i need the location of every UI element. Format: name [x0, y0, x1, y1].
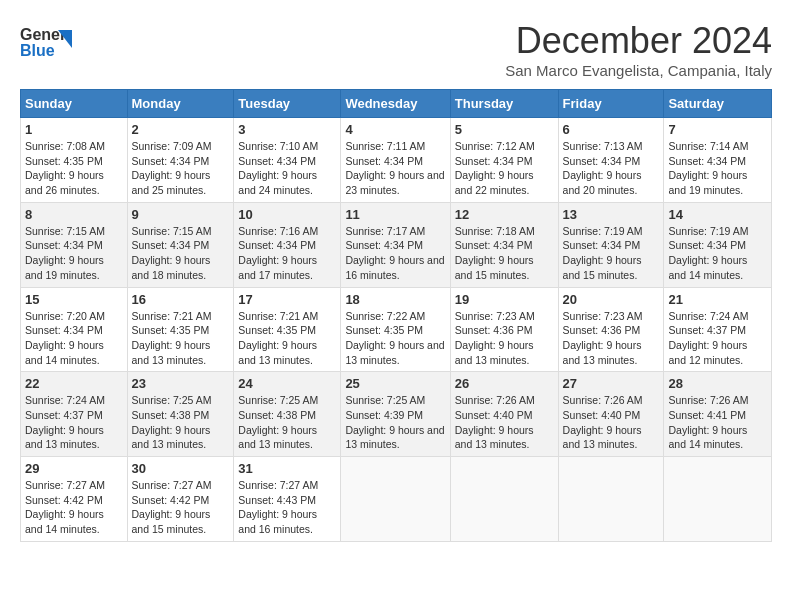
day-info: Sunrise: 7:09 AM Sunset: 4:34 PM Dayligh…	[132, 139, 230, 198]
calendar-cell: 15 Sunrise: 7:20 AM Sunset: 4:34 PM Dayl…	[21, 287, 128, 372]
location: San Marco Evangelista, Campania, Italy	[505, 62, 772, 79]
calendar-week-row: 22 Sunrise: 7:24 AM Sunset: 4:37 PM Dayl…	[21, 372, 772, 457]
day-number: 11	[345, 207, 445, 222]
day-info: Sunrise: 7:27 AM Sunset: 4:43 PM Dayligh…	[238, 478, 336, 537]
day-info: Sunrise: 7:17 AM Sunset: 4:34 PM Dayligh…	[345, 224, 445, 283]
svg-text:Blue: Blue	[20, 42, 55, 59]
calendar-cell	[450, 457, 558, 542]
calendar-cell: 31 Sunrise: 7:27 AM Sunset: 4:43 PM Dayl…	[234, 457, 341, 542]
day-number: 15	[25, 292, 123, 307]
calendar-cell: 12 Sunrise: 7:18 AM Sunset: 4:34 PM Dayl…	[450, 202, 558, 287]
day-info: Sunrise: 7:26 AM Sunset: 4:41 PM Dayligh…	[668, 393, 767, 452]
day-number: 8	[25, 207, 123, 222]
day-info: Sunrise: 7:21 AM Sunset: 4:35 PM Dayligh…	[238, 309, 336, 368]
day-info: Sunrise: 7:25 AM Sunset: 4:39 PM Dayligh…	[345, 393, 445, 452]
calendar-cell: 2 Sunrise: 7:09 AM Sunset: 4:34 PM Dayli…	[127, 118, 234, 203]
calendar-cell: 27 Sunrise: 7:26 AM Sunset: 4:40 PM Dayl…	[558, 372, 664, 457]
calendar-cell: 26 Sunrise: 7:26 AM Sunset: 4:40 PM Dayl…	[450, 372, 558, 457]
day-number: 7	[668, 122, 767, 137]
day-number: 24	[238, 376, 336, 391]
calendar-cell: 28 Sunrise: 7:26 AM Sunset: 4:41 PM Dayl…	[664, 372, 772, 457]
day-number: 2	[132, 122, 230, 137]
day-info: Sunrise: 7:18 AM Sunset: 4:34 PM Dayligh…	[455, 224, 554, 283]
day-number: 19	[455, 292, 554, 307]
col-monday: Monday	[127, 90, 234, 118]
calendar-cell: 16 Sunrise: 7:21 AM Sunset: 4:35 PM Dayl…	[127, 287, 234, 372]
day-number: 1	[25, 122, 123, 137]
day-info: Sunrise: 7:19 AM Sunset: 4:34 PM Dayligh…	[668, 224, 767, 283]
calendar-cell: 10 Sunrise: 7:16 AM Sunset: 4:34 PM Dayl…	[234, 202, 341, 287]
day-number: 5	[455, 122, 554, 137]
calendar-cell	[664, 457, 772, 542]
calendar-cell: 3 Sunrise: 7:10 AM Sunset: 4:34 PM Dayli…	[234, 118, 341, 203]
day-info: Sunrise: 7:27 AM Sunset: 4:42 PM Dayligh…	[25, 478, 123, 537]
calendar-cell: 1 Sunrise: 7:08 AM Sunset: 4:35 PM Dayli…	[21, 118, 128, 203]
col-friday: Friday	[558, 90, 664, 118]
calendar-cell	[558, 457, 664, 542]
calendar-cell: 22 Sunrise: 7:24 AM Sunset: 4:37 PM Dayl…	[21, 372, 128, 457]
calendar-cell: 11 Sunrise: 7:17 AM Sunset: 4:34 PM Dayl…	[341, 202, 450, 287]
calendar-cell: 19 Sunrise: 7:23 AM Sunset: 4:36 PM Dayl…	[450, 287, 558, 372]
calendar-cell	[341, 457, 450, 542]
day-number: 16	[132, 292, 230, 307]
day-number: 17	[238, 292, 336, 307]
day-info: Sunrise: 7:25 AM Sunset: 4:38 PM Dayligh…	[132, 393, 230, 452]
day-info: Sunrise: 7:11 AM Sunset: 4:34 PM Dayligh…	[345, 139, 445, 198]
calendar-week-row: 1 Sunrise: 7:08 AM Sunset: 4:35 PM Dayli…	[21, 118, 772, 203]
day-number: 3	[238, 122, 336, 137]
logo: General Blue	[20, 20, 72, 64]
day-number: 26	[455, 376, 554, 391]
day-info: Sunrise: 7:08 AM Sunset: 4:35 PM Dayligh…	[25, 139, 123, 198]
day-info: Sunrise: 7:19 AM Sunset: 4:34 PM Dayligh…	[563, 224, 660, 283]
calendar-cell: 29 Sunrise: 7:27 AM Sunset: 4:42 PM Dayl…	[21, 457, 128, 542]
calendar-header-row: Sunday Monday Tuesday Wednesday Thursday…	[21, 90, 772, 118]
day-number: 12	[455, 207, 554, 222]
day-info: Sunrise: 7:13 AM Sunset: 4:34 PM Dayligh…	[563, 139, 660, 198]
day-number: 14	[668, 207, 767, 222]
day-number: 20	[563, 292, 660, 307]
day-info: Sunrise: 7:25 AM Sunset: 4:38 PM Dayligh…	[238, 393, 336, 452]
calendar-cell: 18 Sunrise: 7:22 AM Sunset: 4:35 PM Dayl…	[341, 287, 450, 372]
day-info: Sunrise: 7:21 AM Sunset: 4:35 PM Dayligh…	[132, 309, 230, 368]
calendar-cell: 7 Sunrise: 7:14 AM Sunset: 4:34 PM Dayli…	[664, 118, 772, 203]
day-info: Sunrise: 7:24 AM Sunset: 4:37 PM Dayligh…	[668, 309, 767, 368]
day-number: 25	[345, 376, 445, 391]
day-number: 29	[25, 461, 123, 476]
title-area: December 2024 San Marco Evangelista, Cam…	[505, 20, 772, 79]
calendar-week-row: 8 Sunrise: 7:15 AM Sunset: 4:34 PM Dayli…	[21, 202, 772, 287]
col-sunday: Sunday	[21, 90, 128, 118]
day-number: 9	[132, 207, 230, 222]
calendar-cell: 30 Sunrise: 7:27 AM Sunset: 4:42 PM Dayl…	[127, 457, 234, 542]
day-info: Sunrise: 7:20 AM Sunset: 4:34 PM Dayligh…	[25, 309, 123, 368]
day-info: Sunrise: 7:24 AM Sunset: 4:37 PM Dayligh…	[25, 393, 123, 452]
day-info: Sunrise: 7:22 AM Sunset: 4:35 PM Dayligh…	[345, 309, 445, 368]
day-number: 10	[238, 207, 336, 222]
day-number: 28	[668, 376, 767, 391]
day-info: Sunrise: 7:15 AM Sunset: 4:34 PM Dayligh…	[132, 224, 230, 283]
calendar-cell: 9 Sunrise: 7:15 AM Sunset: 4:34 PM Dayli…	[127, 202, 234, 287]
col-saturday: Saturday	[664, 90, 772, 118]
day-number: 22	[25, 376, 123, 391]
day-info: Sunrise: 7:15 AM Sunset: 4:34 PM Dayligh…	[25, 224, 123, 283]
day-number: 13	[563, 207, 660, 222]
calendar-week-row: 15 Sunrise: 7:20 AM Sunset: 4:34 PM Dayl…	[21, 287, 772, 372]
calendar-cell: 21 Sunrise: 7:24 AM Sunset: 4:37 PM Dayl…	[664, 287, 772, 372]
calendar-cell: 14 Sunrise: 7:19 AM Sunset: 4:34 PM Dayl…	[664, 202, 772, 287]
day-number: 23	[132, 376, 230, 391]
day-info: Sunrise: 7:26 AM Sunset: 4:40 PM Dayligh…	[455, 393, 554, 452]
day-info: Sunrise: 7:27 AM Sunset: 4:42 PM Dayligh…	[132, 478, 230, 537]
calendar-cell: 5 Sunrise: 7:12 AM Sunset: 4:34 PM Dayli…	[450, 118, 558, 203]
day-number: 27	[563, 376, 660, 391]
day-info: Sunrise: 7:10 AM Sunset: 4:34 PM Dayligh…	[238, 139, 336, 198]
col-thursday: Thursday	[450, 90, 558, 118]
calendar-cell: 6 Sunrise: 7:13 AM Sunset: 4:34 PM Dayli…	[558, 118, 664, 203]
calendar-cell: 23 Sunrise: 7:25 AM Sunset: 4:38 PM Dayl…	[127, 372, 234, 457]
calendar-cell: 13 Sunrise: 7:19 AM Sunset: 4:34 PM Dayl…	[558, 202, 664, 287]
calendar-week-row: 29 Sunrise: 7:27 AM Sunset: 4:42 PM Dayl…	[21, 457, 772, 542]
logo-icon: General Blue	[20, 20, 72, 64]
day-number: 30	[132, 461, 230, 476]
day-info: Sunrise: 7:14 AM Sunset: 4:34 PM Dayligh…	[668, 139, 767, 198]
day-number: 6	[563, 122, 660, 137]
col-tuesday: Tuesday	[234, 90, 341, 118]
day-info: Sunrise: 7:12 AM Sunset: 4:34 PM Dayligh…	[455, 139, 554, 198]
